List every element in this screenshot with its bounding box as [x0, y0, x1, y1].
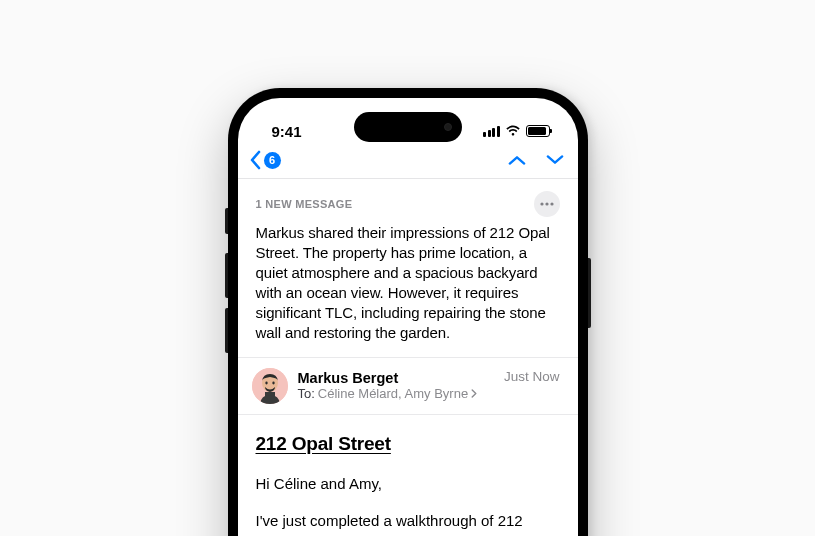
email-greeting: Hi Céline and Amy,	[256, 473, 560, 494]
status-time: 9:41	[272, 123, 302, 140]
more-button[interactable]	[534, 191, 560, 217]
memoji-icon	[252, 368, 288, 404]
timestamp: Just Now	[504, 369, 560, 384]
email-paragraph: I've just completed a walkthrough of 212	[256, 510, 560, 531]
email-body: 212 Opal Street Hi Céline and Amy, I've …	[238, 415, 578, 531]
summary-text: Markus shared their impressions of 212 O…	[256, 223, 560, 343]
svg-point-2	[550, 202, 553, 205]
recipients: Céline Mélard, Amy Byrne	[318, 386, 468, 401]
cellular-icon	[483, 126, 500, 137]
phone-screen: 9:41 6 1 NEW MESSAGE	[238, 98, 578, 536]
nav-bar: 6	[238, 146, 578, 178]
next-message-button[interactable]	[546, 154, 564, 166]
phone-volume-up	[225, 253, 228, 298]
svg-point-1	[545, 202, 548, 205]
sender-section[interactable]: Markus Berget To: Céline Mélard, Amy Byr…	[238, 357, 578, 415]
summary-section: 1 NEW MESSAGE Markus shared their impres…	[238, 179, 578, 357]
prev-message-button[interactable]	[508, 154, 526, 166]
sender-name: Markus Berget	[298, 370, 494, 386]
unread-badge: 6	[264, 152, 281, 169]
wifi-icon	[505, 125, 521, 137]
ellipsis-icon	[540, 202, 554, 206]
phone-volume-down	[225, 308, 228, 353]
svg-point-5	[265, 381, 267, 384]
email-subject: 212 Opal Street	[256, 433, 560, 455]
phone-side-button	[588, 258, 591, 328]
summary-label: 1 NEW MESSAGE	[256, 198, 353, 210]
svg-point-0	[540, 202, 543, 205]
chevron-left-icon	[248, 150, 262, 170]
dynamic-island	[354, 112, 462, 142]
to-label: To:	[298, 386, 315, 401]
phone-frame: 9:41 6 1 NEW MESSAGE	[228, 88, 588, 536]
phone-silence-switch	[225, 208, 228, 234]
camera-dot	[444, 123, 452, 131]
battery-icon	[526, 125, 550, 137]
recipients-line[interactable]: To: Céline Mélard, Amy Byrne	[298, 386, 494, 401]
sender-avatar[interactable]	[252, 368, 288, 404]
chevron-right-icon	[471, 389, 477, 398]
svg-point-6	[272, 381, 274, 384]
back-button[interactable]: 6	[248, 150, 281, 170]
